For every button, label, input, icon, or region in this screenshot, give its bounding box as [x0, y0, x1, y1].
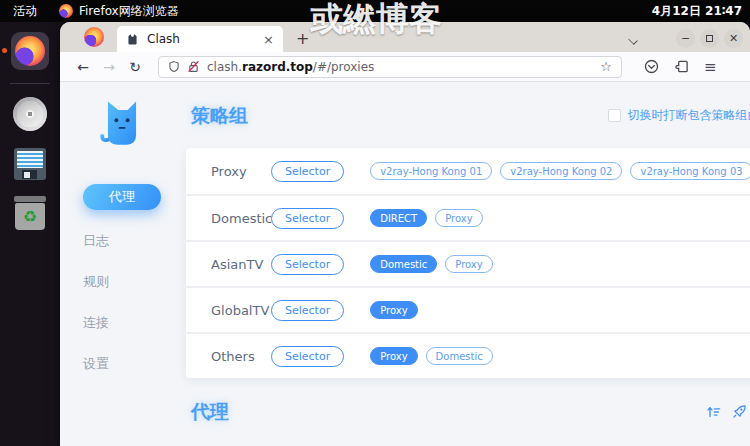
dock-item-firefox[interactable] [11, 32, 49, 70]
sidebar: 代理日志规则连接设置 [60, 82, 184, 446]
hamburger-menu-icon[interactable]: ≡ [704, 58, 717, 76]
shield-icon[interactable] [168, 60, 180, 73]
firefox-icon [59, 4, 73, 18]
dock-item-floppy-disk-icon[interactable] [14, 148, 46, 180]
sidebar-item-日志[interactable]: 日志 [83, 232, 161, 251]
clash-cat-favicon [126, 33, 139, 46]
policy-group-row: AsianTV Selector DomesticProxy 展开 [186, 240, 750, 286]
recycle-icon: ♻ [15, 203, 45, 230]
navigation-toolbar: ← → ↻ clash.razord.top/#/proxies ☆ [60, 52, 750, 82]
group-type-badge[interactable]: Selector [271, 300, 344, 321]
policy-group-row: GlobalTV Selector Proxy 展开 [186, 286, 750, 332]
new-tab-button[interactable]: + [296, 31, 309, 47]
policy-groups-header: 策略组 切换时打断包含策略组的连接 [191, 103, 750, 128]
break-connections-label: 切换时打断包含策略组的连接 [628, 107, 750, 124]
firefox-menu-icon[interactable] [84, 27, 104, 47]
proxy-option[interactable]: v2ray-Hong Kong 03 [630, 162, 750, 180]
group-name: GlobalTV [211, 303, 271, 318]
tab-close-icon[interactable]: × [263, 33, 274, 46]
proxy-option[interactable]: Proxy [445, 255, 492, 273]
trash-lid [14, 196, 46, 202]
sidebar-item-设置[interactable]: 设置 [83, 355, 161, 374]
firefox-icon [15, 36, 45, 66]
running-indicator-dot [2, 48, 7, 53]
group-type-badge[interactable]: Selector [271, 346, 344, 367]
list-all-tabs-chevron-down-icon[interactable] [629, 35, 638, 44]
gnome-top-bar: 活动 Firefox网络浏览器 4月12日 21∶47 [0, 0, 750, 22]
break-connections-checkbox[interactable] [608, 109, 621, 122]
policy-groups-title: 策略组 [191, 103, 248, 129]
group-options: Proxy [370, 301, 417, 319]
clash-dashboard: 代理日志规则连接设置 策略组 切换时打断包含策略组的连接 Proxy Selec… [60, 82, 750, 446]
policy-group-row: Others Selector ProxyDomestic 展开 [186, 332, 750, 378]
bookmark-star-icon[interactable]: ☆ [600, 59, 612, 74]
group-name: Domestic [211, 211, 271, 226]
group-type-badge[interactable]: Selector [271, 254, 344, 275]
proxy-option[interactable]: Domestic [370, 255, 437, 273]
floppy-label [17, 151, 43, 168]
group-options: ProxyDomestic [370, 347, 493, 365]
clash-cat-logo [92, 94, 152, 156]
group-options: DIRECTProxy [370, 209, 482, 227]
floppy-notch [24, 172, 30, 178]
url-bar[interactable]: clash.razord.top/#/proxies ☆ [158, 56, 622, 78]
policy-groups-card: Proxy Selector v2ray-Hong Kong 01v2ray-H… [186, 148, 750, 378]
insecure-lock-icon[interactable] [187, 60, 200, 73]
sidebar-item-规则[interactable]: 规则 [83, 273, 161, 292]
proxies-header: 代理 测速 [191, 399, 750, 424]
proxy-option[interactable]: Proxy [370, 301, 417, 319]
group-name: AsianTV [211, 257, 271, 272]
tab-bar: Clash × + ─ ✕ [60, 22, 750, 52]
forward-button: → [96, 59, 122, 75]
sidebar-item-连接[interactable]: 连接 [83, 314, 161, 333]
focused-app-title: Firefox网络浏览器 [79, 3, 179, 20]
proxies-title: 代理 [191, 399, 229, 425]
sidebar-menu: 代理日志规则连接设置 [83, 156, 161, 374]
proxy-option[interactable]: DIRECT [370, 209, 427, 227]
pocket-icon[interactable] [644, 59, 659, 74]
break-connections-toggle[interactable]: 切换时打断包含策略组的连接 [608, 107, 750, 124]
tab-clash[interactable]: Clash × [117, 26, 283, 52]
url-text[interactable]: clash.razord.top/#/proxies [207, 60, 374, 74]
proxy-option[interactable]: v2ray-Hong Kong 02 [500, 162, 622, 180]
proxy-option[interactable]: Proxy [435, 209, 482, 227]
dock: ♻ [0, 22, 60, 446]
sidebar-item-代理[interactable]: 代理 [83, 184, 161, 210]
firefox-window: Clash × + ─ ✕ ← → ↻ [60, 22, 750, 446]
sort-icon[interactable] [706, 405, 721, 419]
policy-group-row: Domestic Selector DIRECTProxy 展开 [186, 194, 750, 240]
group-name: Others [211, 349, 271, 364]
desktop-screen: 活动 Firefox网络浏览器 4月12日 21∶47 或繎博客 ♻ [0, 0, 750, 446]
maximize-button[interactable] [700, 29, 719, 48]
proxy-option[interactable]: Proxy [370, 347, 417, 365]
clock[interactable]: 4月12日 21∶47 [652, 3, 742, 20]
window-controls: ─ ✕ [676, 29, 743, 48]
main-panel: 策略组 切换时打断包含策略组的连接 Proxy Selector v2ray-H… [184, 82, 750, 446]
back-button[interactable]: ← [70, 59, 96, 75]
group-name: Proxy [211, 164, 271, 179]
extension-icon[interactable] [674, 59, 689, 74]
group-options: DomesticProxy [370, 255, 493, 273]
proxy-option[interactable]: v2ray-Hong Kong 01 [370, 162, 492, 180]
dock-item-cd-disc-icon[interactable] [13, 97, 47, 131]
close-button[interactable]: ✕ [724, 29, 743, 48]
group-type-badge[interactable]: Selector [271, 161, 344, 182]
policy-group-row: Proxy Selector v2ray-Hong Kong 01v2ray-H… [186, 148, 750, 194]
group-options: v2ray-Hong Kong 01v2ray-Hong Kong 02v2ra… [370, 162, 750, 180]
dock-item-trash-icon[interactable]: ♻ [14, 196, 46, 230]
dock-divider [10, 83, 50, 84]
group-type-badge[interactable]: Selector [271, 208, 344, 229]
toolbar-icons: ≡ [644, 58, 717, 76]
tab-title: Clash [147, 32, 180, 46]
minimize-button[interactable]: ─ [676, 29, 695, 48]
activities-button[interactable]: 活动 [13, 3, 37, 20]
reload-button[interactable]: ↻ [122, 59, 148, 75]
proxies-tools: 测速 [706, 403, 750, 421]
rocket-icon[interactable] [732, 404, 747, 419]
proxy-option[interactable]: Domestic [426, 347, 493, 365]
focused-app-indicator[interactable]: Firefox网络浏览器 [59, 3, 179, 20]
